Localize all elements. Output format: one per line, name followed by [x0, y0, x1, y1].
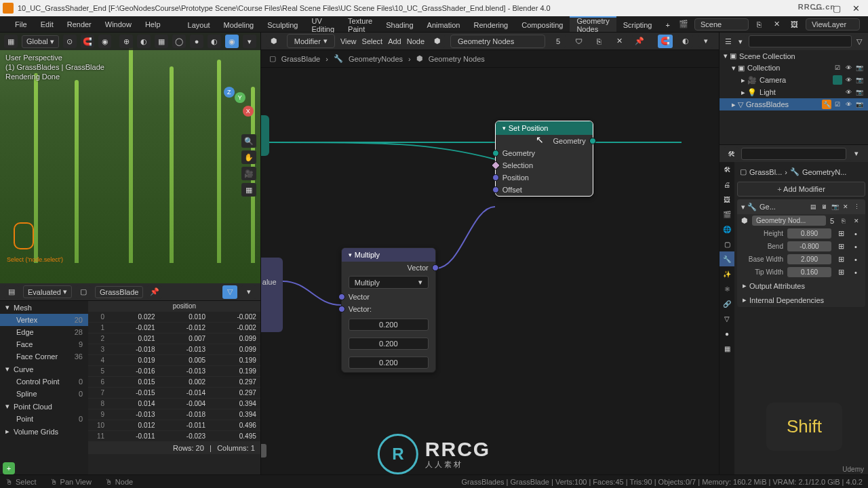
- node-multiply-vx[interactable]: 0.200: [349, 319, 429, 331]
- ws-tab-modeling[interactable]: Modeling: [217, 16, 261, 32]
- snap-icon[interactable]: 🧲: [81, 35, 94, 48]
- bc-modifier[interactable]: GeometryNodes: [349, 55, 403, 63]
- ws-tab-uv[interactable]: UV Editing: [304, 16, 341, 32]
- socket-in-position[interactable]: [492, 174, 499, 181]
- socket-in-offset[interactable]: [492, 186, 499, 193]
- table-row[interactable]: 7-0.015-0.0140.297: [88, 388, 260, 399]
- menu-file[interactable]: File: [8, 20, 34, 28]
- grass-render-icon[interactable]: 📷: [854, 100, 864, 109]
- menu-help[interactable]: Help: [138, 20, 167, 28]
- bc-tree[interactable]: Geometry Nodes: [429, 55, 485, 63]
- ptab-world[interactable]: 🌐: [719, 222, 734, 237]
- proportional-icon[interactable]: ◉: [98, 35, 112, 48]
- mod-extras-icon[interactable]: ⋮: [852, 202, 861, 211]
- node-type-dropdown[interactable]: Modifier ▾: [287, 34, 335, 48]
- table-row[interactable]: 40.0190.0050.199: [88, 355, 260, 366]
- node-tree-browse-icon[interactable]: ⬢: [430, 35, 445, 48]
- menu-render[interactable]: Render: [60, 20, 98, 28]
- scene-name-field[interactable]: Scene: [694, 18, 749, 30]
- orientation-dropdown[interactable]: Global ▾: [22, 35, 59, 48]
- ptab-scene[interactable]: 🎬: [719, 207, 734, 222]
- menu-window[interactable]: Window: [98, 20, 138, 28]
- pivot-icon[interactable]: ⊙: [63, 35, 77, 48]
- cam-render-icon[interactable]: 📷: [854, 75, 864, 85]
- ss-point-item[interactable]: Point0: [0, 413, 88, 425]
- table-row[interactable]: 00.0220.010-0.002: [88, 312, 260, 323]
- ss-pin-object-icon[interactable]: ▢: [76, 285, 91, 299]
- node-multiply-vz[interactable]: 0.200: [349, 357, 429, 369]
- ptab-object[interactable]: ▢: [719, 237, 734, 251]
- table-row[interactable]: 20.0210.0070.099: [88, 333, 260, 344]
- ss-pointcloud-item[interactable]: ▾ Point Cloud: [0, 400, 88, 413]
- outliner-search[interactable]: [749, 35, 852, 47]
- ss-filter-icon[interactable]: ▽: [222, 285, 237, 299]
- shading-rendered-icon[interactable]: ◉: [225, 35, 239, 48]
- close-button[interactable]: ✕: [846, 3, 865, 14]
- mod-toggle-realtime-icon[interactable]: 🖥: [819, 202, 829, 211]
- node-menu-add[interactable]: Add: [388, 37, 401, 45]
- ss-mesh-item[interactable]: ▾ Mesh: [0, 301, 88, 314]
- ws-tab-add[interactable]: +: [658, 16, 676, 32]
- layer-browse-icon[interactable]: 🖼: [788, 18, 802, 31]
- editor-type-icon[interactable]: ▦: [4, 35, 18, 48]
- ws-tab-geonodes[interactable]: Geometry Nodes: [570, 16, 616, 32]
- out-light[interactable]: ▸ 💡Light👁📷: [719, 86, 868, 98]
- internal-deps-panel[interactable]: ▸Internal Dependencies: [737, 293, 865, 307]
- ptab-modifier[interactable]: 🔧: [719, 251, 734, 266]
- node-partial-left[interactable]: [261, 115, 269, 156]
- mod-delete-icon[interactable]: ✕: [841, 202, 850, 211]
- bc-object[interactable]: GrassBlade: [281, 55, 320, 63]
- prop-options-icon[interactable]: ▾: [849, 147, 864, 161]
- add-modifier-button[interactable]: + Add Modifier: [737, 182, 865, 197]
- cam-hide-icon[interactable]: 👁: [844, 75, 853, 85]
- ptab-material[interactable]: ●: [719, 326, 734, 341]
- ws-tab-animation[interactable]: Animation: [420, 16, 467, 32]
- shading-solid-icon[interactable]: ●: [190, 35, 203, 48]
- ss-controlpoint-item[interactable]: Control Point0: [0, 375, 88, 388]
- ptab-physics[interactable]: ⚛: [719, 281, 734, 296]
- mod-nodetree-new-icon[interactable]: ⎘: [838, 216, 848, 226]
- table-row[interactable]: 80.014-0.0040.394: [88, 399, 260, 409]
- ws-tab-sculpting[interactable]: Sculpting: [260, 16, 304, 32]
- ws-tab-shading[interactable]: Shading: [379, 16, 420, 32]
- table-row[interactable]: 1-0.021-0.012-0.002: [88, 323, 260, 333]
- outliner-mode-icon[interactable]: ▾: [736, 35, 745, 48]
- table-row[interactable]: 3-0.018-0.0130.099: [88, 344, 260, 355]
- node-set-position[interactable]: ▾Set Position Geometry Geometry Selectio…: [495, 121, 593, 197]
- ptab-data[interactable]: ▽: [719, 311, 734, 326]
- col-exclude-icon[interactable]: ☑: [833, 63, 842, 73]
- outliner-type-icon[interactable]: ☰: [724, 35, 733, 48]
- ss-options-icon[interactable]: ▾: [241, 285, 256, 299]
- ptab-output[interactable]: 🖨: [719, 177, 734, 192]
- table-row[interactable]: 100.012-0.0110.496: [88, 420, 260, 431]
- node-snap-icon[interactable]: 🧲: [658, 35, 673, 48]
- node-multiply-operation[interactable]: Multiply▾: [349, 276, 429, 289]
- camera-icon[interactable]: 🎥: [241, 167, 256, 180]
- ss-volumegrids-item[interactable]: ▸ Volume Grids: [0, 425, 88, 438]
- node-tree-name-field[interactable]: Geometry Nodes: [450, 35, 545, 48]
- node-menu-node[interactable]: Node: [407, 37, 425, 45]
- out-camera[interactable]: ▸ 🎥Camera 👁📷: [719, 74, 868, 86]
- node-options-icon[interactable]: ▾: [698, 35, 713, 48]
- mod-toggle-editmode-icon[interactable]: ▤: [808, 202, 818, 211]
- light-render-icon[interactable]: 📷: [854, 87, 864, 97]
- ws-tab-rendering[interactable]: Rendering: [467, 16, 515, 32]
- node-partial-value[interactable]: alue: [261, 258, 283, 332]
- socket-in-geometry[interactable]: [492, 150, 499, 157]
- table-row[interactable]: 60.0150.0020.297: [88, 377, 260, 388]
- height-anim-icon[interactable]: •: [850, 230, 861, 238]
- bend-anim-icon[interactable]: •: [850, 243, 861, 251]
- bend-field[interactable]: -0.800: [787, 241, 831, 251]
- ws-tab-scripting[interactable]: Scripting: [616, 16, 659, 32]
- node-multiply-vy[interactable]: 0.200: [349, 338, 429, 350]
- mod-nodetree-field[interactable]: Geometry Nod...: [752, 216, 826, 226]
- ptab-texture[interactable]: ▦: [719, 341, 734, 356]
- ptab-render[interactable]: 🛠: [719, 162, 734, 177]
- cam-selectable-icon[interactable]: [833, 75, 842, 85]
- table-row[interactable]: 11-0.011-0.0230.495: [88, 431, 260, 442]
- ss-curve-item[interactable]: ▾ Curve: [0, 363, 88, 375]
- table-row[interactable]: 9-0.013-0.0180.394: [88, 409, 260, 420]
- outliner-filter-icon[interactable]: ▽: [854, 35, 864, 48]
- light-hide-icon[interactable]: 👁: [844, 87, 853, 97]
- node-overlay-icon[interactable]: ◐: [678, 35, 693, 48]
